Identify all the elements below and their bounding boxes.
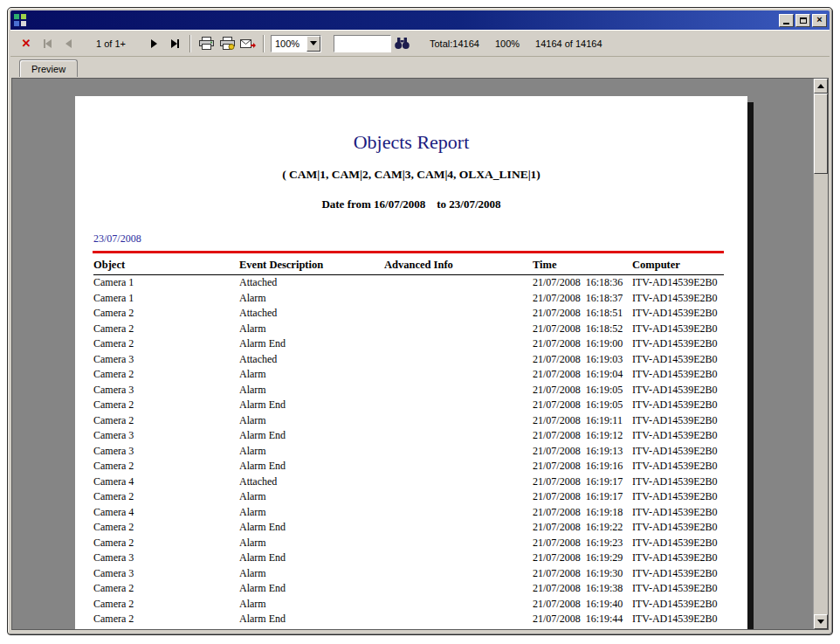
last-page-button[interactable] — [164, 33, 185, 53]
table-cell: Alarm — [239, 367, 384, 383]
first-page-icon — [44, 39, 52, 48]
table-cell: Attached — [239, 275, 384, 291]
table-cell: ITV-AD14539E2B0 — [632, 536, 724, 551]
table-cell: ITV-AD14539E2B0 — [632, 275, 724, 291]
table-cell: Camera 3 — [93, 551, 239, 566]
table-cell: Alarm End — [239, 398, 384, 413]
table-cell — [384, 428, 533, 444]
table-cell: Camera 2 — [93, 581, 239, 597]
table-cell: Camera 1 — [93, 291, 239, 307]
close-button[interactable]: × — [812, 14, 827, 27]
arrow-up-icon — [817, 84, 824, 88]
search-input[interactable] — [334, 35, 391, 52]
table-cell: 21/07/2008 16:19:16 — [533, 459, 632, 474]
table-cell: Alarm — [239, 322, 384, 337]
table-row: Camera 4Attached21/07/2008 16:19:17ITV-A… — [93, 474, 724, 490]
table-cell: Alarm End — [239, 581, 384, 597]
app-icon — [13, 13, 27, 27]
vertical-scrollbar[interactable] — [813, 79, 828, 629]
table-cell — [384, 322, 533, 337]
print-setup-button[interactable] — [217, 33, 238, 53]
zoom-select[interactable]: 100% — [271, 35, 321, 52]
table-row: Camera 2Alarm End21/07/2008 16:19:00ITV-… — [93, 336, 724, 352]
table-cell: Camera 2 — [93, 536, 239, 551]
first-page-button[interactable] — [37, 33, 58, 53]
table-cell: 21/07/2008 16:18:51 — [533, 306, 632, 322]
table-cell: ITV-AD14539E2B0 — [632, 597, 724, 613]
table-cell: ITV-AD14539E2B0 — [632, 336, 724, 352]
close-view-icon: ✕ — [22, 37, 31, 50]
table-row: Camera 3Alarm21/07/2008 16:19:30ITV-AD14… — [93, 566, 724, 582]
table-cell — [384, 474, 533, 490]
table-cell — [384, 612, 533, 627]
table-row: Camera 2Alarm End21/07/2008 16:19:44ITV-… — [93, 612, 724, 627]
previous-page-button[interactable] — [58, 33, 79, 53]
table-row: Camera 2Alarm21/07/2008 16:19:45ITV-AD14… — [93, 627, 724, 631]
table-cell: Camera 3 — [93, 383, 239, 398]
table-cell: 21/07/2008 16:19:30 — [533, 566, 632, 582]
next-page-button[interactable] — [143, 33, 164, 53]
table-cell: ITV-AD14539E2B0 — [632, 383, 724, 398]
table-row: Camera 2Alarm21/07/2008 16:19:23ITV-AD14… — [93, 536, 724, 551]
table-cell: ITV-AD14539E2B0 — [632, 398, 724, 413]
table-cell: 21/07/2008 16:19:44 — [533, 612, 632, 627]
last-page-icon — [171, 39, 179, 48]
next-page-icon — [151, 39, 157, 48]
toolbar: ✕ 1 of 1+ — [10, 30, 830, 57]
title-bar[interactable]: × — [10, 10, 830, 30]
table-row: Camera 2Alarm End21/07/2008 16:19:22ITV-… — [93, 520, 724, 536]
table-cell — [384, 413, 533, 429]
table-cell: Alarm — [239, 597, 384, 613]
report-title: Objects Report — [75, 131, 747, 154]
table-cell: ITV-AD14539E2B0 — [632, 428, 724, 444]
maximize-button[interactable] — [795, 14, 810, 27]
table-cell: 21/07/2008 16:19:18 — [533, 505, 632, 521]
report-date-range: Date from 16/07/2008 to 23/07/2008 — [75, 197, 747, 211]
maximize-icon — [800, 17, 807, 24]
table-row: Camera 3Alarm End21/07/2008 16:19:29ITV-… — [93, 551, 724, 566]
table-cell: 21/07/2008 16:19:23 — [533, 536, 632, 551]
table-row: Camera 3Alarm21/07/2008 16:19:13ITV-AD14… — [93, 444, 724, 460]
close-icon: × — [816, 15, 822, 24]
table-cell: ITV-AD14539E2B0 — [632, 505, 724, 521]
table-cell — [384, 306, 533, 322]
table-cell: Attached — [239, 474, 384, 490]
table-cell: ITV-AD14539E2B0 — [632, 352, 724, 368]
table-cell: Camera 2 — [93, 520, 239, 536]
table-cell: Camera 2 — [93, 398, 239, 413]
table-cell — [384, 597, 533, 613]
table-cell: 21/07/2008 16:19:11 — [533, 413, 632, 429]
table-cell: 21/07/2008 16:19:40 — [533, 597, 632, 613]
table-row: Camera 2Attached21/07/2008 16:18:51ITV-A… — [93, 306, 724, 322]
table-cell: 21/07/2008 16:19:04 — [533, 367, 632, 383]
table-cell: 21/07/2008 16:19:00 — [533, 336, 632, 352]
search-button[interactable] — [391, 33, 412, 53]
export-button[interactable] — [238, 33, 258, 53]
zoom-value: 100% — [272, 38, 306, 49]
previous-page-icon — [65, 39, 72, 48]
scrollbar-thumb[interactable] — [814, 93, 828, 174]
column-header-object: Object — [93, 256, 239, 275]
table-cell — [384, 520, 533, 536]
scroll-down-button[interactable] — [814, 614, 828, 629]
table-cell: Alarm — [239, 489, 384, 505]
report-page: Objects Report ( CAM|1, CAM|2, CAM|3, CA… — [75, 96, 747, 630]
table-cell: 21/07/2008 16:19:17 — [533, 474, 632, 490]
scroll-up-button[interactable] — [814, 79, 828, 93]
print-button[interactable] — [196, 33, 217, 53]
table-cell: Camera 3 — [93, 566, 239, 582]
table-cell — [384, 367, 533, 383]
tab-preview[interactable]: Preview — [19, 59, 78, 77]
zoom-dropdown-button[interactable] — [306, 36, 320, 52]
minimize-button[interactable] — [779, 14, 794, 27]
table-row: Camera 2Alarm21/07/2008 16:18:52ITV-AD14… — [93, 322, 724, 337]
table-cell: Alarm End — [239, 336, 384, 352]
report-subtitle: ( CAM|1, CAM|2, CAM|3, CAM|4, OLXA_LINE|… — [75, 168, 747, 182]
table-cell — [384, 291, 533, 307]
close-view-button[interactable]: ✕ — [16, 33, 37, 53]
table-cell: 21/07/2008 16:18:52 — [533, 322, 632, 337]
table-row: Camera 2Alarm End21/07/2008 16:19:16ITV-… — [93, 459, 724, 474]
table-cell: ITV-AD14539E2B0 — [632, 520, 724, 536]
table-cell: 21/07/2008 16:19:05 — [533, 383, 632, 398]
table-cell: Alarm — [239, 505, 384, 521]
